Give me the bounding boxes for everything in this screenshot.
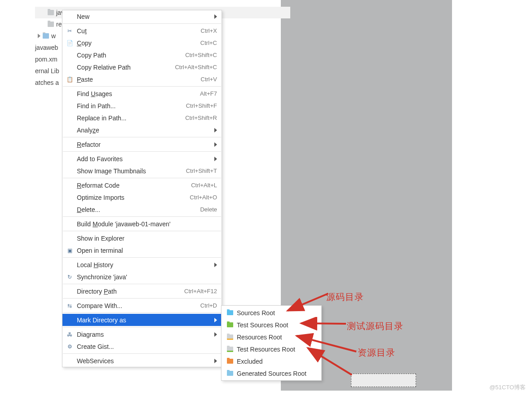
menu-item-refactor[interactable]: Refactor (62, 138, 222, 150)
menu-item-directory-path[interactable]: Directory PathCtrl+Alt+F12 (62, 285, 222, 297)
menu-item-compare-with[interactable]: ⇆Compare With...Ctrl+D (62, 299, 222, 312)
menu-item-webservices[interactable]: WebServices (62, 355, 222, 367)
menu-separator (63, 137, 221, 137)
submenu-arrow-icon (214, 359, 217, 363)
menu-item-label: Delete... (77, 206, 200, 213)
menu-item-label: Synchronize 'java' (77, 273, 217, 281)
menu-item-mark-directory-as[interactable]: Mark Directory as (62, 314, 222, 326)
menu-separator (63, 298, 221, 299)
menu-item-paste[interactable]: 📋PasteCtrl+V (62, 73, 222, 85)
menu-separator (63, 312, 221, 313)
menu-item-label: Paste (77, 76, 201, 83)
submenu-item-label: Generated Sources Root (237, 370, 306, 377)
folder-icon (227, 359, 233, 364)
submenu-item-label: Resources Root (237, 334, 282, 341)
menu-separator (63, 327, 221, 327)
menu-item-optimize-imports[interactable]: Optimize ImportsCtrl+Alt+O (62, 191, 222, 203)
submenu-item-generated-sources-root[interactable]: Generated Sources Root (222, 367, 321, 379)
menu-shortcut: Ctrl+D (200, 302, 217, 309)
menu-item-new[interactable]: New (62, 10, 222, 22)
folder-icon (227, 347, 233, 352)
tree-item-label: re (56, 18, 62, 30)
chevron-right-icon[interactable] (38, 34, 40, 38)
menu-shortcut: Ctrl+X (201, 27, 217, 34)
menu-separator (63, 284, 221, 284)
submenu-arrow-icon (214, 14, 217, 19)
submenu-arrow-icon (214, 128, 217, 132)
menu-item-label: Build Module 'javaweb-01-maven' (77, 220, 217, 228)
context-menu: New✂CutCtrl+X📄CopyCtrl+CCopy PathCtrl+Sh… (62, 10, 222, 367)
submenu-item-resources-root[interactable]: Resources Root (222, 331, 321, 343)
menu-icon: ⚙ (66, 343, 73, 350)
menu-item-label: Optimize Imports (77, 194, 190, 201)
submenu-arrow-icon (214, 332, 217, 337)
menu-shortcut: Ctrl+C (200, 40, 217, 46)
menu-shortcut: Delete (200, 206, 217, 213)
menu-item-cut[interactable]: ✂CutCtrl+X (62, 25, 222, 37)
menu-item-label: Copy Relative Path (77, 64, 175, 71)
submenu-item-sources-root[interactable]: Sources Root (222, 307, 321, 319)
menu-icon: 📋 (66, 76, 73, 83)
tree-item-label: w (51, 30, 56, 42)
submenu-arrow-icon (214, 142, 217, 147)
selection-marker (351, 374, 416, 387)
menu-item-analyze[interactable]: Analyze (62, 124, 222, 136)
menu-shortcut: Ctrl+Shift+F (186, 102, 217, 109)
menu-item-local-history[interactable]: Local History (62, 259, 222, 271)
menu-icon: 🖧 (66, 331, 73, 338)
menu-item-label: Add to Favorites (77, 155, 211, 163)
menu-separator (63, 178, 221, 178)
menu-separator (63, 151, 221, 152)
menu-item-label: Refactor (77, 141, 211, 148)
folder-icon (43, 33, 49, 39)
menu-item-build-module-javaweb-01-maven[interactable]: Build Module 'javaweb-01-maven' (62, 218, 222, 230)
menu-item-diagrams[interactable]: 🖧Diagrams (62, 328, 222, 340)
folder-icon (227, 371, 233, 376)
menu-item-copy-path[interactable]: Copy PathCtrl+Shift+C (62, 49, 222, 61)
submenu-item-test-resources-root[interactable]: Test Resources Root (222, 343, 321, 355)
mark-directory-submenu: Sources RootTest Sources RootResources R… (221, 305, 322, 381)
folder-icon (227, 310, 233, 315)
menu-shortcut: Ctrl+Shift+C (185, 52, 217, 58)
folder-icon (48, 10, 54, 15)
annotation-resources: 资源目录 (358, 347, 395, 359)
menu-item-create-gist[interactable]: ⚙Create Gist... (62, 340, 222, 352)
submenu-item-label: Test Resources Root (237, 346, 295, 353)
menu-item-open-in-terminal[interactable]: ▣Open in terminal (62, 244, 222, 256)
menu-item-add-to-favorites[interactable]: Add to Favorites (62, 153, 222, 165)
menu-shortcut: Ctrl+Alt+L (191, 182, 217, 189)
menu-item-label: Analyze (77, 127, 211, 134)
menu-shortcut: Ctrl+V (201, 76, 217, 83)
menu-item-replace-in-path[interactable]: Replace in Path...Ctrl+Shift+R (62, 112, 222, 124)
annotation-sources: 源码目录 (326, 291, 364, 303)
menu-item-synchronize-java[interactable]: ↻Synchronize 'java' (62, 271, 222, 283)
menu-separator (63, 257, 221, 258)
menu-separator (63, 216, 221, 217)
menu-item-label: Show in Explorer (77, 235, 217, 242)
menu-item-label: Find in Path... (77, 102, 186, 110)
menu-item-show-in-explorer[interactable]: Show in Explorer (62, 232, 222, 244)
menu-item-copy[interactable]: 📄CopyCtrl+C (62, 37, 222, 49)
menu-item-label: Diagrams (77, 331, 211, 338)
submenu-item-test-sources-root[interactable]: Test Sources Root (222, 319, 321, 331)
menu-item-copy-relative-path[interactable]: Copy Relative PathCtrl+Alt+Shift+C (62, 61, 222, 73)
menu-item-show-image-thumbnails[interactable]: Show Image ThumbnailsCtrl+Shift+T (62, 165, 222, 177)
submenu-item-label: Excluded (237, 358, 263, 365)
menu-icon: ✂ (66, 27, 73, 35)
menu-item-label: Open in terminal (77, 247, 217, 254)
menu-icon: 📄 (66, 40, 73, 47)
submenu-arrow-icon (214, 263, 217, 267)
folder-icon (227, 334, 233, 340)
menu-item-reformat-code[interactable]: Reformat CodeCtrl+Alt+L (62, 179, 222, 191)
menu-item-delete[interactable]: Delete...Delete (62, 203, 222, 216)
submenu-arrow-icon (214, 318, 217, 322)
menu-item-find-in-path[interactable]: Find in Path...Ctrl+Shift+F (62, 100, 222, 112)
menu-shortcut: Ctrl+Shift+T (186, 167, 217, 174)
menu-item-label: Mark Directory as (77, 317, 211, 324)
menu-item-label: Create Gist... (77, 343, 217, 350)
menu-item-find-usages[interactable]: Find UsagesAlt+F7 (62, 88, 222, 100)
menu-item-label: Reformat Code (77, 182, 191, 189)
submenu-item-excluded[interactable]: Excluded (222, 355, 321, 367)
folder-icon (227, 322, 233, 327)
menu-item-label: Compare With... (77, 302, 200, 309)
